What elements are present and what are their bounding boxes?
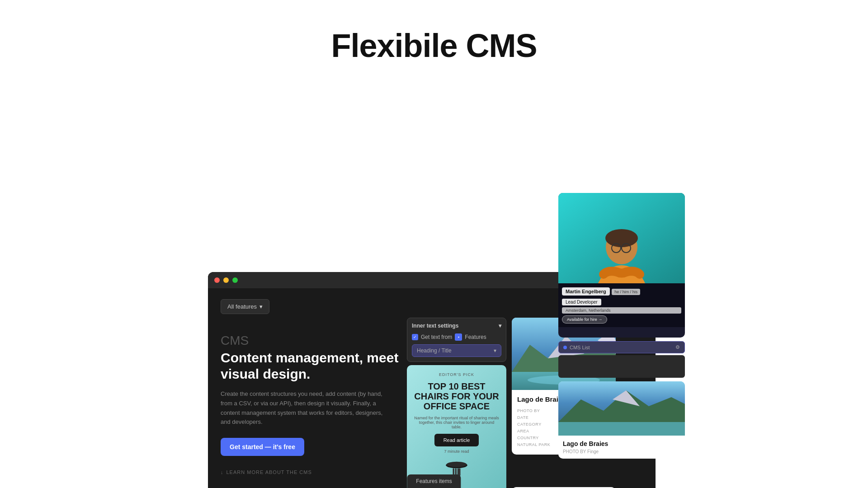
features-label: Features <box>465 334 486 340</box>
cms-description: Create the content structures you need, … <box>221 389 383 427</box>
dropdown-chevron-icon: ▾ <box>494 347 496 354</box>
cms-heading: Content management, meet visual design. <box>221 350 401 382</box>
svg-point-5 <box>447 462 467 467</box>
profile-card: Martin Engelberg he / him / his Lead Dev… <box>558 193 685 338</box>
fullscreen-dot[interactable] <box>232 277 238 283</box>
profile-name: Martin Engelberg <box>562 287 610 296</box>
cms-section: CMS Content management, meet visual desi… <box>221 333 401 475</box>
get-text-label: Get text from <box>421 334 452 340</box>
minute-read: 7 minute read <box>444 449 469 454</box>
learn-more-link[interactable]: ↓ LEARN MORE ABOUT THE CMS <box>221 469 401 475</box>
right-mountain-image <box>558 381 685 436</box>
profile-image <box>558 193 685 283</box>
chevron-down-icon: ▾ <box>259 303 263 310</box>
cms-list-bar[interactable]: CMS List ⚙ <box>558 341 685 353</box>
svg-point-15 <box>605 229 638 247</box>
features-icon: ▪ <box>455 333 462 341</box>
cms-list-label: CMS List <box>570 345 590 350</box>
panel-title: Inner text settings <box>412 323 458 329</box>
date-label: DATE <box>517 415 528 420</box>
editor-pick-label: EDITOR'S PICK <box>439 372 474 377</box>
features-items-label: Features items <box>416 478 452 484</box>
page-title: Flexibile CMS <box>0 0 868 64</box>
arrow-icon: ↓ <box>221 469 224 475</box>
profile-role: Lead Developer <box>562 299 601 305</box>
right-photo-title: Lago de Braies <box>563 440 680 447</box>
hire-button[interactable]: Available for hire → <box>562 315 607 324</box>
panel-chevron-icon[interactable]: ▾ <box>499 323 501 329</box>
close-dot[interactable] <box>214 277 220 283</box>
cms-list-empty <box>558 355 685 378</box>
category-label: CATEGORY <box>517 422 542 427</box>
natural-park-label: NATURAL PARK <box>517 442 550 447</box>
features-items-bar: Features items <box>407 474 461 488</box>
article-card: EDITOR'S PICK TOP 10 BEST CHAIRS FOR YOU… <box>407 365 506 488</box>
area-label: AREA <box>517 429 529 434</box>
photo-by-label: PHOTO BY <box>517 408 540 413</box>
read-article-button[interactable]: Read article <box>434 434 479 446</box>
cms-list-gear-icon[interactable]: ⚙ <box>675 344 680 350</box>
right-photo-meta: PHOTO BY Finge <box>563 449 680 454</box>
inner-text-panel: Inner text settings ▾ ✓ Get text from ▪ … <box>407 318 506 362</box>
all-features-button[interactable]: All features ▾ <box>221 299 269 314</box>
get-text-checkbox[interactable]: ✓ <box>412 334 418 340</box>
cms-list-dot <box>563 346 567 349</box>
heading-title-dropdown[interactable]: Heading / Title ▾ <box>412 344 501 357</box>
profile-location: Amsterdam, Netherlands <box>562 307 681 314</box>
profile-pronouns: he / him / his <box>612 289 640 295</box>
all-features-label: All features <box>227 303 257 310</box>
svg-rect-22 <box>558 422 685 436</box>
get-started-button[interactable]: Get started — it's free <box>221 438 304 456</box>
cms-label: CMS <box>221 333 401 348</box>
article-title: TOP 10 BEST CHAIRS FOR YOUR OFFICE SPACE <box>414 381 499 411</box>
minimize-dot[interactable] <box>223 277 229 283</box>
country-label: COUNTRY <box>517 436 539 441</box>
right-photo-card: Lago de Braies PHOTO BY Finge <box>558 381 685 459</box>
article-subtitle: Named for the important ritual of sharin… <box>414 416 499 429</box>
